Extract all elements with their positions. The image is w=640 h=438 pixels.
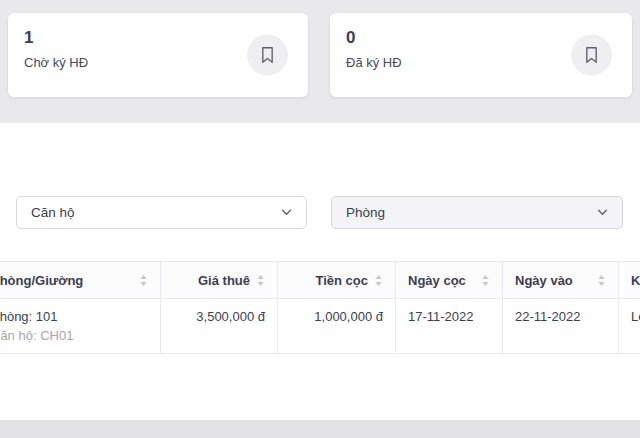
table-row[interactable]: Phòng: 101 Căn hộ: CH01 3,500,000 đ 1,00… [0,299,640,354]
column-header-deposit[interactable]: Tiền cọc [278,262,396,299]
bottom-band [0,420,640,438]
room-select-value: Phòng [346,205,385,220]
sort-icon [481,274,490,287]
sort-icon [597,274,606,287]
column-header-move-in[interactable]: Ngày vào [503,262,619,299]
table-header-row: Phòng/Giường Giá thuê [0,262,640,299]
column-label: K [631,273,640,288]
bookmark-icon [583,46,600,65]
cell-rent: 3,500,000 đ [161,299,278,354]
stat-card-pending-contracts[interactable]: 1 Chờ ký HĐ [8,13,308,97]
apartment-select-value: Căn hộ [31,205,75,220]
chevron-down-icon [281,209,292,216]
column-header-deposit-date[interactable]: Ngày cọc [396,262,503,299]
stat-card-signed-contracts[interactable]: 0 Đã ký HĐ [330,13,632,97]
cell-deposit-date: 17-11-2022 [396,299,503,354]
column-header-room[interactable]: Phòng/Giường [0,262,161,299]
column-label: Ngày cọc [408,273,466,288]
contracts-table: Phòng/Giường Giá thuê [0,261,640,354]
cell-tenant: Le [619,299,640,354]
column-label: Phòng/Giường [0,273,83,288]
cell-deposit: 1,000,000 đ [278,299,396,354]
column-label: Ngày vào [515,273,573,288]
column-label: Giá thuê [198,273,250,288]
app-screen: 1 Chờ ký HĐ 0 Đã ký HĐ Căn hộ Phòng [0,0,640,438]
column-header-tenant[interactable]: K [619,262,640,299]
cell-move-in-date: 22-11-2022 [503,299,619,354]
room-select[interactable]: Phòng [331,196,623,229]
bookmark-icon-badge [571,35,612,76]
bookmark-icon [259,46,276,65]
apartment-code: Căn hộ: CH01 [0,328,148,343]
chevron-down-icon [597,209,608,216]
bookmark-icon-badge [247,35,288,76]
sort-icon [139,274,148,287]
cell-room: Phòng: 101 Căn hộ: CH01 [0,299,161,354]
column-header-rent[interactable]: Giá thuê [161,262,278,299]
apartment-select[interactable]: Căn hộ [16,196,307,229]
sort-icon [374,274,383,287]
room-number: Phòng: 101 [0,309,148,324]
column-label: Tiền cọc [315,273,368,288]
sort-icon [256,274,265,287]
